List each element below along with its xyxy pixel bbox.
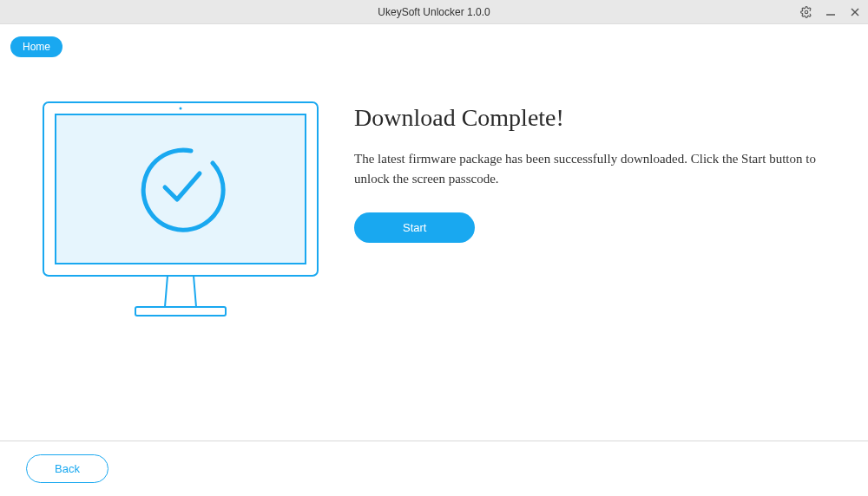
back-button[interactable]: Back: [26, 454, 108, 483]
text-column: Download Complete! The latest firmware p…: [354, 101, 837, 330]
titlebar: UkeySoft Unlocker 1.0.0: [0, 0, 868, 24]
window-title: UkeySoft Unlocker 1.0.0: [378, 6, 490, 18]
svg-point-0: [805, 10, 808, 14]
start-button[interactable]: Start: [354, 212, 475, 243]
titlebar-controls: [800, 6, 861, 18]
page-heading: Download Complete!: [354, 104, 837, 132]
footer: Back: [0, 441, 868, 496]
content-area: Home Download Complete! The: [0, 24, 868, 496]
minimize-icon[interactable]: [825, 6, 837, 18]
svg-rect-6: [56, 114, 306, 264]
monitor-checkmark-icon: [42, 101, 319, 326]
illustration: [42, 101, 319, 330]
main-row: Download Complete! The latest firmware p…: [0, 24, 868, 330]
page-description: The latest firmware package has been suc…: [354, 149, 837, 188]
home-tab[interactable]: Home: [10, 36, 62, 57]
svg-rect-7: [135, 307, 226, 316]
close-icon[interactable]: [849, 6, 861, 18]
gear-icon[interactable]: [800, 6, 812, 18]
svg-point-5: [180, 108, 182, 110]
